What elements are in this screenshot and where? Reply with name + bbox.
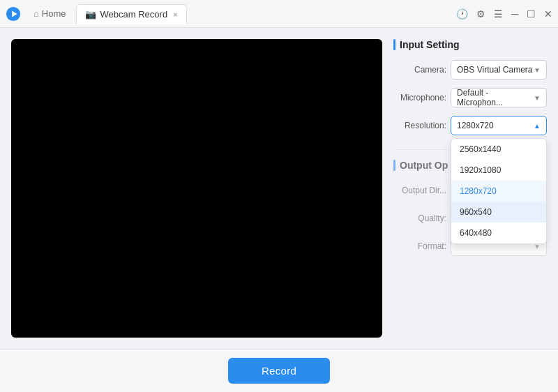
resolution-value: 1280x720 — [457, 121, 494, 130]
main-content: Input Setting Camera: OBS Virtual Camera… — [0, 28, 558, 349]
camera-select[interactable]: OBS Virtual Camera ▼ — [451, 60, 547, 80]
webcam-icon: 📷 — [85, 9, 96, 20]
active-tab[interactable]: 📷 Webcam Record × — [76, 4, 187, 24]
home-label: Home — [42, 8, 66, 19]
camera-label: Camera: — [393, 65, 446, 75]
microphone-chevron-icon: ▼ — [534, 94, 541, 102]
tab-label: Webcam Record — [100, 9, 168, 20]
camera-value: OBS Virtual Camera — [457, 65, 533, 75]
quality-label: Quality: — [393, 213, 446, 223]
camera-row: Camera: OBS Virtual Camera ▼ — [393, 60, 547, 80]
microphone-select[interactable]: Default - Microphon... ▼ — [451, 88, 547, 107]
resolution-option-2560[interactable]: 2560x1440 — [451, 139, 546, 160]
output-title-text: Output Op — [400, 160, 448, 171]
camera-preview — [11, 39, 382, 338]
home-tab[interactable]: ⌂ Home — [27, 6, 73, 22]
settings-icon[interactable]: ⚙ — [476, 8, 485, 20]
resolution-option-1280[interactable]: 1280x720 — [451, 181, 546, 202]
home-icon: ⌂ — [33, 8, 39, 19]
camera-chevron-icon: ▼ — [534, 66, 541, 74]
output-section-bar-icon — [393, 160, 395, 171]
record-button[interactable]: Record — [228, 358, 330, 384]
microphone-label: Microphone: — [393, 93, 446, 103]
resolution-label: Resolution: — [393, 121, 446, 130]
output-dir-label: Output Dir... — [393, 186, 446, 195]
minimize-icon[interactable]: ─ — [511, 8, 518, 20]
history-icon[interactable]: 🕐 — [456, 8, 468, 20]
maximize-icon[interactable]: ☐ — [527, 8, 536, 20]
bottom-bar: Record — [0, 349, 558, 392]
app-logo-icon — [6, 6, 21, 22]
resolution-dropdown-menu: 2560x1440 1920x1080 1280x720 960x540 640… — [451, 138, 547, 244]
tab-close-icon[interactable]: × — [173, 10, 177, 19]
resolution-dropdown-container: 1280x720 ▲ 2560x1440 1920x1080 1280x720 … — [451, 116, 547, 135]
microphone-value: Default - Microphon... — [457, 88, 534, 107]
section-bar-icon — [393, 39, 395, 50]
input-section: Input Setting Camera: OBS Virtual Camera… — [393, 39, 547, 144]
close-window-icon[interactable]: ✕ — [544, 8, 552, 20]
resolution-row: Resolution: 1280x720 ▲ 2560x1440 1920x10… — [393, 116, 547, 135]
titlebar-left: ⌂ Home 📷 Webcam Record × — [6, 3, 187, 24]
microphone-row: Microphone: Default - Microphon... ▼ — [393, 88, 547, 107]
input-section-title: Input Setting — [393, 39, 547, 50]
input-title-text: Input Setting — [400, 39, 460, 50]
resolution-select[interactable]: 1280x720 ▲ — [451, 116, 547, 135]
right-panel: Input Setting Camera: OBS Virtual Camera… — [393, 39, 547, 338]
resolution-option-1920[interactable]: 1920x1080 — [451, 160, 546, 181]
menu-icon[interactable]: ☰ — [494, 8, 503, 20]
resolution-option-960[interactable]: 960x540 — [451, 202, 546, 223]
format-label: Format: — [393, 241, 446, 251]
titlebar-controls: 🕐 ⚙ ☰ ─ ☐ ✕ — [456, 8, 552, 20]
resolution-option-640[interactable]: 640x480 — [451, 223, 546, 243]
resolution-chevron-icon: ▲ — [534, 122, 541, 130]
titlebar: ⌂ Home 📷 Webcam Record × 🕐 ⚙ ☰ ─ ☐ ✕ — [0, 0, 558, 28]
